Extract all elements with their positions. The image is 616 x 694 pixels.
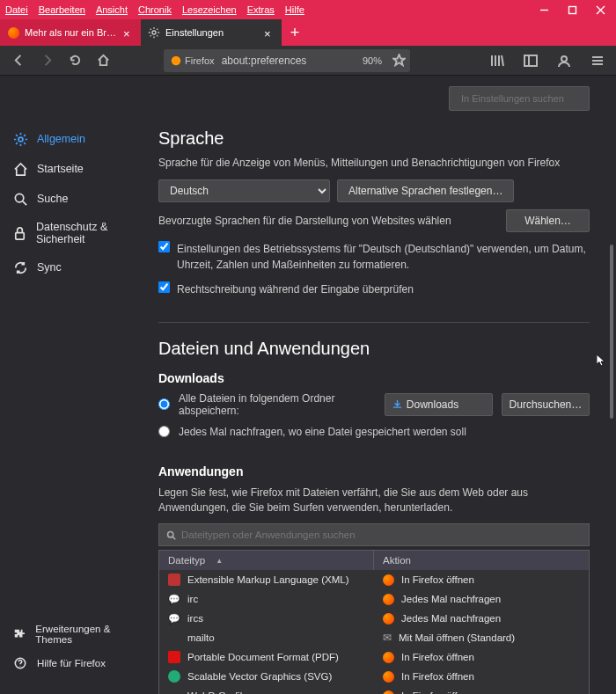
sidebar-item-sync[interactable]: Sync: [0, 252, 151, 282]
always-ask-radio[interactable]: [158, 426, 170, 437]
sidebar-help[interactable]: Hilfe für Firefox: [0, 650, 151, 676]
table-row[interactable]: Scalable Vector Graphics (SVG)In Firefox…: [159, 667, 589, 686]
menu-chronik[interactable]: Chronik: [138, 4, 172, 15]
tab-label: Einstellungen: [165, 27, 259, 38]
tab-inactive[interactable]: Mehr als nur ein Browser – Fire ×: [0, 19, 141, 46]
close-icon[interactable]: ×: [123, 27, 134, 38]
search-icon: [12, 191, 28, 207]
svg-point-5: [18, 137, 23, 142]
scrollbar-thumb[interactable]: [610, 245, 613, 419]
appmenu-icon[interactable]: [586, 49, 609, 72]
radio-label: Alle Dateien in folgendem Ordner abspeic…: [179, 392, 376, 417]
alt-languages-button[interactable]: Alternative Sprachen festlegen…: [337, 179, 514, 202]
spellcheck-check[interactable]: Rechtschreibung während der Eingabe über…: [158, 280, 590, 297]
identity-box[interactable]: Firefox: [164, 55, 222, 66]
filetype-label: WebP-Grafik: [187, 690, 246, 694]
new-tab-button[interactable]: +: [282, 19, 308, 46]
radio-label: Jedes Mal nachfragen, wo eine Datei gesp…: [179, 426, 466, 438]
spellcheck-checkbox[interactable]: [158, 281, 170, 293]
home-button[interactable]: [92, 49, 114, 72]
account-icon[interactable]: [553, 49, 576, 72]
col-label: Dateityp: [168, 555, 205, 566]
sidebar-item-label: Startseite: [37, 163, 84, 175]
filetype-label: Extensible Markup Language (XML): [187, 574, 348, 585]
downloads-heading: Downloads: [158, 371, 590, 385]
sidebar-item-home[interactable]: Startseite: [0, 154, 151, 184]
nav-toolbar: Firefox about:preferences 90%: [0, 46, 616, 76]
svg-point-4: [561, 56, 567, 62]
choose-button[interactable]: Wählen…: [506, 209, 590, 232]
reload-button[interactable]: [63, 49, 86, 72]
sort-asc-icon: ▲: [216, 557, 223, 565]
menu-datei[interactable]: Datei: [5, 4, 28, 15]
apps-search[interactable]: [158, 523, 590, 546]
tab-strip: Mehr als nur ein Browser – Fire × Einste…: [0, 19, 616, 46]
settings-panel: Sprache Sprache für die Anzeige von Menü…: [151, 76, 616, 694]
tab-settings[interactable]: Einstellungen ×: [141, 19, 282, 46]
action-label: Jedes Mal nachfragen: [401, 594, 501, 604]
menu-ansicht[interactable]: Ansicht: [96, 4, 128, 15]
download-folder-input[interactable]: Downloads: [385, 393, 493, 416]
sidebar-extensions[interactable]: Erweiterungen & Themes: [0, 618, 151, 650]
menu-lesezeichen[interactable]: Lesezeichen: [182, 4, 237, 15]
close-button[interactable]: [595, 4, 605, 15]
bookmark-star-icon[interactable]: [387, 49, 410, 72]
use-os-locale-check[interactable]: Einstellungen des Betriebssystems für "D…: [158, 239, 590, 273]
apps-search-input[interactable]: [181, 530, 582, 540]
table-row[interactable]: mailtoMit Mail öffnen (Standard): [159, 628, 589, 647]
action-label: In Firefox öffnen: [401, 574, 474, 585]
filetype-icon: [168, 573, 180, 586]
svg-point-2: [172, 55, 181, 65]
prefs-search[interactable]: [449, 86, 590, 111]
filetype-label: irc: [187, 594, 198, 604]
table-row[interactable]: WebP-GrafikIn Firefox öffnen: [159, 686, 589, 694]
table-row[interactable]: ircsJedes Mal nachfragen: [159, 609, 589, 628]
sidebar-item-privacy[interactable]: Datenschutz & Sicherheit: [0, 214, 151, 252]
apps-heading: Anwendungen: [158, 464, 590, 478]
table-body: Extensible Markup Language (XML)In Firef…: [159, 570, 589, 694]
table-row[interactable]: Portable Document Format (PDF)In Firefox…: [159, 647, 589, 667]
filetype-icon: [168, 632, 180, 644]
use-os-locale-checkbox[interactable]: [158, 241, 170, 252]
close-icon[interactable]: ×: [264, 27, 275, 38]
window-buttons: [539, 4, 611, 15]
action-label: Mit Mail öffnen (Standard): [399, 632, 515, 643]
table-row[interactable]: ircJedes Mal nachfragen: [159, 589, 589, 609]
browse-button[interactable]: Durchsuchen…: [502, 393, 590, 416]
sidebar-icon[interactable]: [519, 49, 542, 72]
filetype-label: Scalable Vector Graphics (SVG): [187, 671, 332, 682]
svg-point-6: [15, 194, 23, 201]
menu-extras[interactable]: Extras: [247, 4, 275, 15]
svg-rect-0: [568, 6, 576, 13]
apps-desc: Legen Sie fest, wie Firefox mit Dateien …: [158, 486, 590, 515]
save-to-radio[interactable]: [158, 398, 170, 410]
puzzle-icon: [12, 626, 26, 642]
filetype-label: mailto: [187, 632, 215, 643]
library-icon[interactable]: [486, 49, 509, 72]
svg-rect-7: [16, 232, 24, 239]
sidebar-item-label: Allgemein: [37, 133, 85, 145]
sidebar-item-search[interactable]: Suche: [0, 184, 151, 214]
pref-sites-label: Bevorzugte Sprachen für die Darstellung …: [158, 215, 451, 227]
maximize-button[interactable]: [567, 4, 577, 15]
filetype-label: ircs: [187, 613, 203, 624]
categories-sidebar: Allgemein Startseite Suche Datenschutz &…: [0, 76, 151, 694]
menu-bearbeiten[interactable]: Bearbeiten: [39, 4, 85, 15]
url-bar[interactable]: Firefox about:preferences 90%: [164, 49, 410, 72]
menu-hilfe[interactable]: Hilfe: [285, 4, 304, 15]
back-button[interactable]: [7, 49, 30, 72]
sidebar-item-label: Erweiterungen & Themes: [35, 624, 139, 645]
check-label: Einstellungen des Betriebssystems für "D…: [177, 241, 590, 273]
svg-point-1: [152, 31, 156, 34]
prefs-search-input[interactable]: [461, 93, 583, 104]
action-label: In Firefox öffnen: [401, 671, 474, 682]
sidebar-item-general[interactable]: Allgemein: [0, 124, 151, 154]
tab-label: Mehr als nur ein Browser – Fire: [25, 27, 118, 38]
zoom-level[interactable]: 90%: [357, 55, 387, 66]
table-row[interactable]: Extensible Markup Language (XML)In Firef…: [159, 570, 589, 589]
language-select[interactable]: Deutsch: [158, 179, 330, 202]
forward-button[interactable]: [35, 49, 58, 72]
col-filetype[interactable]: Dateityp▲: [159, 551, 374, 570]
col-action[interactable]: Aktion: [374, 551, 589, 570]
minimize-button[interactable]: [539, 4, 549, 15]
